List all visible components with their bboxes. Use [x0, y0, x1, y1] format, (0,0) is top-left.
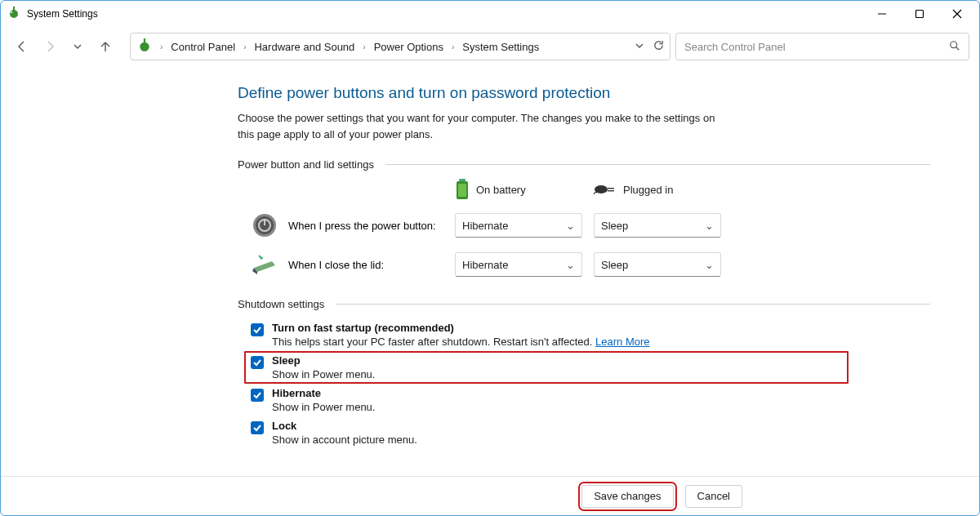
hibernate-checkbox[interactable] [251, 389, 264, 402]
svg-rect-11 [459, 179, 466, 181]
row-lid: When I close the lid: [251, 251, 455, 278]
lid-battery-select[interactable]: Hibernate⌄ [455, 252, 582, 277]
search-box[interactable] [675, 33, 969, 60]
forward-button[interactable] [38, 35, 61, 58]
svg-rect-13 [458, 184, 466, 197]
navigation-row: › Control Panel › Hardware and Sound › P… [1, 27, 979, 66]
svg-rect-8 [144, 38, 145, 44]
svg-rect-4 [916, 11, 924, 18]
control-panel-icon [137, 38, 152, 56]
section-shutdown-heading: Shutdown settings [238, 298, 930, 310]
fast-startup-checkbox[interactable] [251, 323, 264, 336]
back-button[interactable] [11, 35, 33, 58]
chevron-down-icon: ⌄ [566, 259, 575, 271]
crumb-system-settings[interactable]: System Settings [462, 41, 539, 53]
crumb-sep: › [155, 42, 167, 51]
shutdown-item-fast-startup: Turn on fast startup (recommended) This … [251, 318, 930, 351]
sleep-checkbox[interactable] [251, 356, 264, 369]
titlebar: System Settings [1, 1, 979, 27]
crumb-sep: › [447, 42, 459, 51]
svg-point-9 [951, 41, 957, 47]
crumb-hardware-sound[interactable]: Hardware and Sound [254, 41, 354, 53]
close-button[interactable] [938, 1, 976, 27]
svg-rect-1 [13, 7, 15, 11]
address-dropdown[interactable] [635, 39, 644, 54]
crumb-sep: › [238, 42, 251, 51]
battery-icon [455, 179, 470, 200]
power-button-battery-select[interactable]: Hibernate⌄ [455, 213, 582, 238]
recent-dropdown[interactable] [66, 35, 89, 58]
svg-point-2 [11, 11, 12, 13]
power-button-plugged-select[interactable]: Sleep⌄ [594, 213, 721, 238]
main-content: Define power buttons and turn on passwor… [1, 66, 979, 449]
svg-rect-15 [608, 188, 614, 189]
svg-line-10 [956, 47, 960, 50]
chevron-down-icon: ⌄ [566, 220, 575, 232]
chevron-down-icon: ⌄ [705, 220, 714, 232]
minimize-button[interactable] [863, 1, 901, 27]
save-changes-button[interactable]: Save changes [581, 485, 673, 508]
svg-rect-16 [608, 190, 614, 191]
lid-plugged-select[interactable]: Sleep⌄ [594, 252, 721, 277]
window-title: System Settings [27, 8, 98, 20]
shutdown-item-lock: Lock Show in account picture menu. [251, 416, 930, 449]
power-plan-icon [7, 6, 20, 22]
page-title: Define power buttons and turn on passwor… [238, 84, 930, 102]
power-button-icon [251, 211, 278, 239]
search-input[interactable] [684, 41, 949, 53]
refresh-button[interactable] [653, 39, 665, 55]
shutdown-settings-list: Turn on fast startup (recommended) This … [251, 318, 930, 449]
page-description: Choose the power settings that you want … [238, 110, 728, 142]
shutdown-item-sleep: Sleep Show in Power menu. [244, 351, 849, 384]
lock-checkbox[interactable] [251, 421, 264, 434]
power-settings-grid: On battery Plugged in When I press the p… [251, 179, 930, 278]
learn-more-link[interactable]: Learn More [595, 336, 649, 348]
crumb-sep: › [358, 42, 370, 51]
crumb-control-panel[interactable]: Control Panel [171, 41, 235, 53]
chevron-down-icon: ⌄ [705, 259, 714, 271]
footer-bar: Save changes Cancel [1, 476, 979, 515]
search-icon [949, 40, 960, 54]
crumb-power-options[interactable]: Power Options [374, 41, 443, 53]
column-on-battery: On battery [455, 179, 594, 200]
column-plugged-in: Plugged in [594, 184, 733, 196]
plug-icon [594, 184, 617, 195]
section-power-heading: Power button and lid settings [238, 158, 930, 171]
row-power-button: When I press the power button: [251, 211, 455, 239]
up-button[interactable] [94, 35, 117, 58]
laptop-lid-icon [251, 251, 278, 278]
address-bar[interactable]: › Control Panel › Hardware and Sound › P… [130, 33, 670, 60]
shutdown-item-hibernate: Hibernate Show in Power menu. [251, 384, 930, 416]
cancel-button[interactable]: Cancel [685, 485, 742, 508]
maximize-button[interactable] [901, 1, 938, 27]
